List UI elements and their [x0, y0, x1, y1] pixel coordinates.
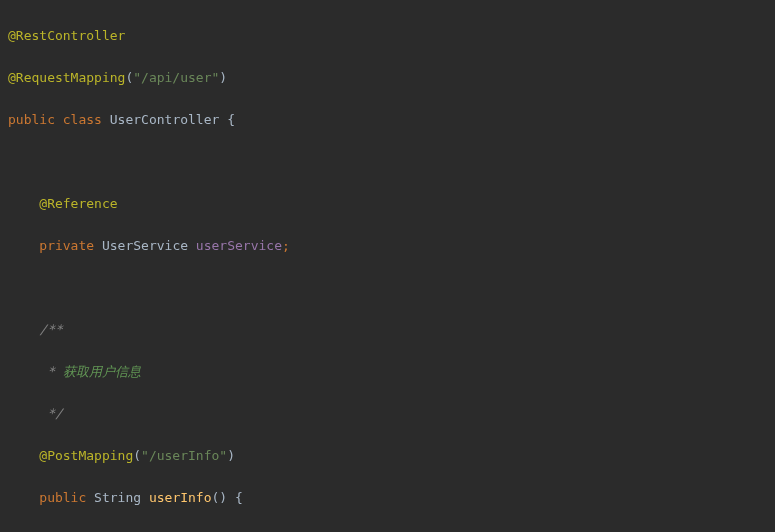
code-line: @Reference [0, 193, 775, 214]
code-line: public class UserController { [0, 109, 775, 130]
code-line [0, 277, 775, 298]
code-line: @RequestMapping("/api/user") [0, 67, 775, 88]
punct: ( [133, 448, 141, 463]
keyword: class [63, 112, 102, 127]
brace: { [235, 490, 243, 505]
code-line: * 获取用户信息 [0, 361, 775, 382]
keyword: private [39, 238, 94, 253]
keyword: public [39, 490, 86, 505]
code-line: public String userInfo() { [0, 487, 775, 508]
code-line: @RestController [0, 25, 775, 46]
keyword: public [8, 112, 55, 127]
code-editor[interactable]: @RestController @RequestMapping("/api/us… [0, 0, 775, 532]
code-line: @PostMapping("/userInfo") [0, 445, 775, 466]
semicolon: ; [282, 238, 290, 253]
type-name: String [94, 490, 141, 505]
punct: ) [227, 448, 235, 463]
type-name: UserController [110, 112, 220, 127]
punct: () [212, 490, 228, 505]
comment: * [39, 364, 62, 379]
annotation: @RestController [8, 28, 125, 43]
type-name: UserService [102, 238, 188, 253]
annotation: @Reference [39, 196, 117, 211]
punct: ) [219, 70, 227, 85]
code-line: private UserService userService; [0, 235, 775, 256]
field-name: userService [196, 238, 282, 253]
code-line [0, 151, 775, 172]
annotation: @PostMapping [39, 448, 133, 463]
string-literal: "/api/user" [133, 70, 219, 85]
method-name: userInfo [149, 490, 212, 505]
comment: 获取用户信息 [63, 364, 141, 379]
code-line: /** [0, 319, 775, 340]
string-literal: "/userInfo" [141, 448, 227, 463]
comment: */ [39, 406, 62, 421]
code-line: */ [0, 403, 775, 424]
brace: { [227, 112, 235, 127]
comment: /** [39, 322, 62, 337]
annotation: @RequestMapping [8, 70, 125, 85]
